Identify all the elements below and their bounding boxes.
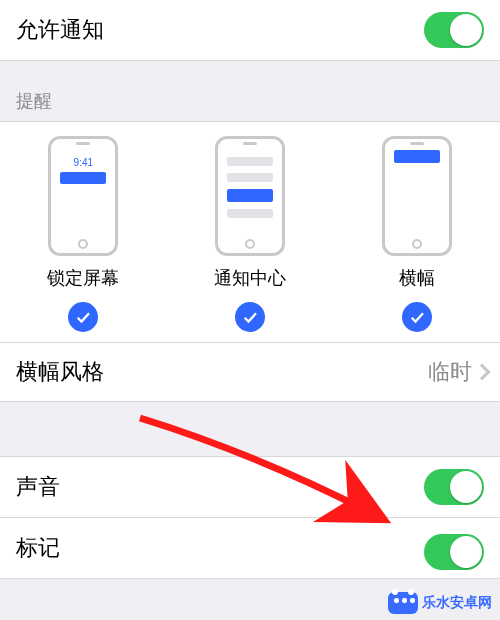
center-phone-icon (215, 136, 285, 256)
sounds-row: 声音 (0, 456, 500, 518)
alerts-panel: 9:41 锁定屏幕 通知中心 (0, 121, 500, 343)
lockscreen-phone-icon: 9:41 (48, 136, 118, 256)
banner-phone-icon (382, 136, 452, 256)
banner-check-icon (402, 302, 432, 332)
banner-style-label: 横幅风格 (16, 357, 104, 387)
watermark-logo-icon (388, 592, 418, 614)
watermark-text: 乐水安卓网 (422, 594, 492, 612)
badges-row: 标记 (0, 518, 500, 579)
allow-notifications-toggle[interactable] (424, 12, 484, 48)
alerts-section-header: 提醒 (0, 61, 500, 121)
watermark: 乐水安卓网 (386, 590, 494, 616)
alert-option-lockscreen[interactable]: 9:41 锁定屏幕 (8, 136, 158, 332)
badges-toggle[interactable] (424, 534, 484, 570)
alert-option-banner[interactable]: 横幅 (342, 136, 492, 332)
alert-option-center[interactable]: 通知中心 (175, 136, 325, 332)
sounds-label: 声音 (16, 472, 60, 502)
banner-style-value: 临时 (428, 357, 488, 387)
allow-notifications-row: 允许通知 (0, 0, 500, 61)
sounds-toggle[interactable] (424, 469, 484, 505)
chevron-right-icon (474, 364, 491, 381)
badges-label: 标记 (16, 533, 60, 563)
center-check-icon (235, 302, 265, 332)
lockscreen-check-icon (68, 302, 98, 332)
allow-notifications-label: 允许通知 (16, 15, 104, 45)
banner-style-row[interactable]: 横幅风格 临时 (0, 343, 500, 402)
